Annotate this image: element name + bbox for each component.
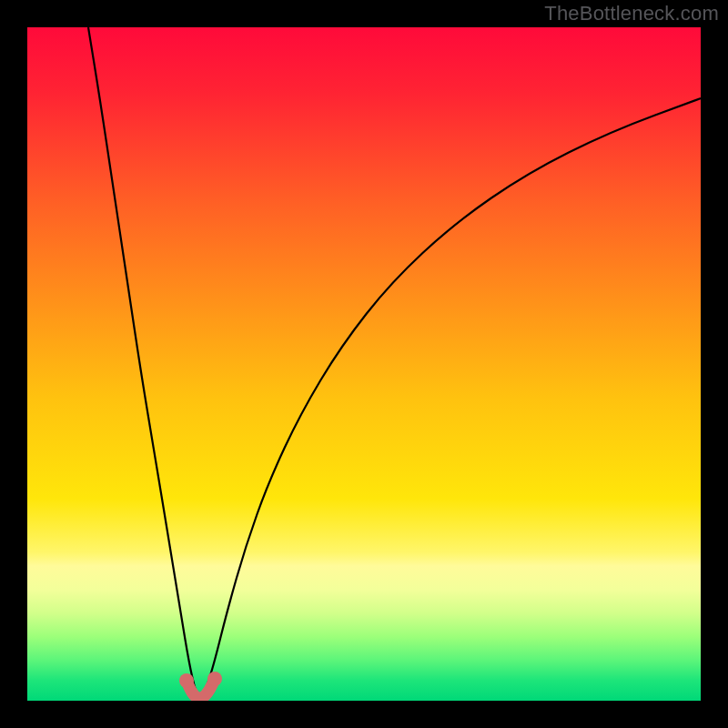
optimum-marker-cap-left (179, 673, 194, 688)
chart-svg (0, 0, 728, 728)
chart-stage: TheBottleneck.com (0, 0, 728, 728)
gradient-panel (27, 27, 701, 701)
optimum-marker-cap-right (207, 672, 222, 686)
watermark-text: TheBottleneck.com (544, 2, 719, 25)
